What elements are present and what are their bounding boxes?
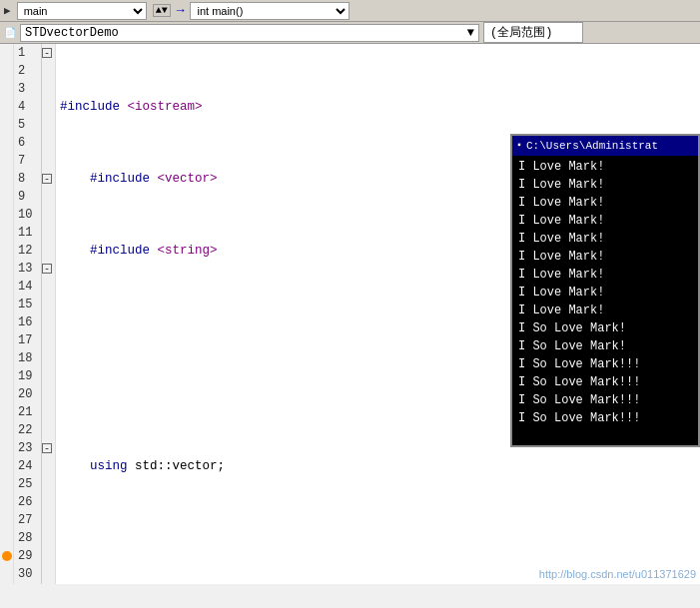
indicator-25 [0,475,13,493]
indicator-28 [0,529,13,547]
terminal-line-1: I Love Mark! [518,158,692,176]
context-dropdown[interactable]: main [17,2,147,20]
terminal-line-7: I Love Mark! [518,266,692,284]
watermark: http://blog.csdn.net/u011371629 [539,568,696,580]
gutter-21 [42,403,55,421]
gutter-9 [42,188,55,206]
gutter-1[interactable]: - [42,44,55,62]
gutter-30 [42,565,55,583]
file-name: STDvectorDemo [25,26,119,40]
gutter-19 [42,367,55,385]
indicator-23 [0,439,13,457]
terminal-line-11: I So Love Mark! [518,337,692,355]
indicator-17 [0,331,13,349]
terminal-title-bar: ▪ C:\Users\Administrat [512,136,698,156]
dropdown-arrow: ▼ [467,26,474,40]
linenum-21: 21 [18,403,37,421]
linenum-6: 6 [18,134,37,152]
linenum-14: 14 [18,278,37,296]
linenum-3: 3 [18,80,37,98]
gutter-7 [42,152,55,170]
linenum-1: 1 [18,44,37,62]
file-icon: 📄 [4,27,16,39]
linenum-12: 12 [18,242,37,260]
gutter-25 [42,475,55,493]
terminal-line-12: I So Love Mark!!! [518,355,692,373]
terminal-line-4: I Love Mark! [518,212,692,230]
indicator-18 [0,349,13,367]
code-line-7 [60,529,700,547]
linenum-30: 30 [18,565,37,583]
terminal-line-14: I So Love Mark!!! [518,391,692,409]
linenum-4: 4 [18,98,37,116]
arrow-separator: → [177,3,185,18]
gutter-10 [42,206,55,224]
gutter-5 [42,116,55,134]
linenum-16: 16 [18,313,37,331]
gutter-24 [42,457,55,475]
indicator-16 [0,313,13,331]
terminal-line-10: I So Love Mark! [518,319,692,337]
gutter-22 [42,421,55,439]
gutter-14 [42,278,55,296]
linenum-17: 17 [18,331,37,349]
linenum-9: 9 [18,188,37,206]
indicator-24 [0,457,13,475]
linenum-27: 27 [18,511,37,529]
indicator-8 [0,170,13,188]
linenum-13: 13 [18,260,37,278]
gutter-23[interactable]: - [42,439,55,457]
scope-box: (全局范围) [483,22,583,43]
gutter-2 [42,62,55,80]
gutter-4 [42,98,55,116]
terminal-title-text: C:\Users\Administrat [526,137,658,155]
linenum-8: 8 [18,170,37,188]
linenum-15: 15 [18,296,37,313]
indicator-15 [0,296,13,313]
linenum-19: 19 [18,367,37,385]
indicator-1 [0,44,13,62]
gutter-6 [42,134,55,152]
gutter-28 [42,529,55,547]
gutter-26 [42,493,55,511]
gutter-16 [42,313,55,331]
code-line-1: #include <iostream> [60,98,700,116]
breakpoint-indicator [2,551,12,561]
linenum-11: 11 [18,224,37,242]
file-dropdown[interactable]: STDvectorDemo ▼ [20,24,479,42]
editor-area: 1 2 3 4 5 6 7 8 9 10 11 12 13 14 15 16 1… [0,44,700,584]
gutter: - - - - [42,44,56,584]
terminal-icon: ▪ [516,137,522,155]
indicator-10 [0,206,13,224]
gutter-18 [42,349,55,367]
terminal-line-15: I So Love Mark!!! [518,409,692,427]
linenum-20: 20 [18,385,37,403]
terminal-line-8: I Love Mark! [518,284,692,302]
linenum-25: 25 [18,475,37,493]
linenum-7: 7 [18,152,37,170]
indicator-3 [0,80,13,98]
linenum-26: 26 [18,493,37,511]
gutter-20 [42,385,55,403]
terminal-line-3: I Love Mark! [518,194,692,212]
indicator-11 [0,224,13,242]
code-line-6: using std::vector; [60,457,700,475]
linenum-18: 18 [18,349,37,367]
gutter-3 [42,80,55,98]
terminal-line-9: I Love Mark! [518,302,692,319]
indicator-12 [0,242,13,260]
gutter-13[interactable]: - [42,260,55,278]
linenum-22: 22 [18,421,37,439]
linenum-5: 5 [18,116,37,134]
gutter-8[interactable]: - [42,170,55,188]
gutter-15 [42,296,55,313]
gutter-17 [42,331,55,349]
indicator-21 [0,403,13,421]
up-down-arrows[interactable]: ▲▼ [153,4,171,17]
func-dropdown[interactable]: int main() [190,2,350,20]
terminal-body: I Love Mark! I Love Mark! I Love Mark! I… [512,156,698,445]
indicator-27 [0,511,13,529]
indicator-30 [0,565,13,583]
indicator-6 [0,134,13,152]
linenum-28: 28 [18,529,37,547]
